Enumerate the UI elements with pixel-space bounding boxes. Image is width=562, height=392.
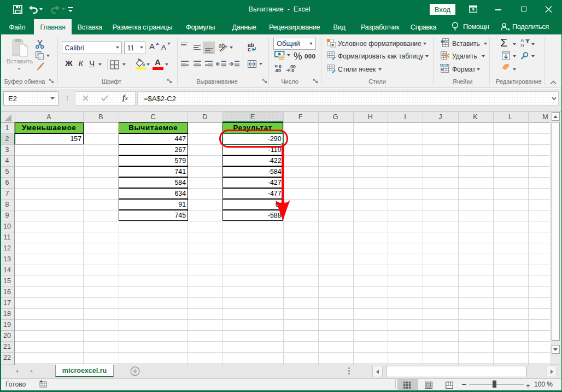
svg-text:≠: ≠ <box>332 43 335 48</box>
svg-text:c: c <box>248 46 251 52</box>
svg-text:Я: Я <box>520 43 524 48</box>
svg-text:,0: ,0 <box>290 68 294 73</box>
svg-text:,00: ,00 <box>274 68 281 73</box>
